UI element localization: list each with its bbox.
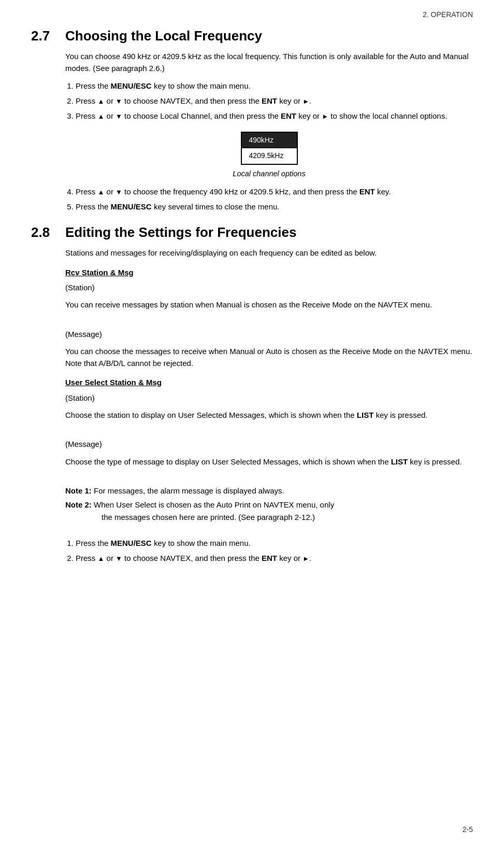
- rcv-message-text: You can choose the messages to receive w…: [65, 345, 473, 370]
- down-arrow-icon: [116, 187, 122, 196]
- step-27-5: Press the MENU/ESC key several times to …: [76, 201, 473, 213]
- channel-options-caption: Local channel options: [65, 168, 473, 179]
- down-arrow-icon: [116, 554, 122, 562]
- note-2: Note 2: When User Select is chosen as th…: [65, 499, 473, 523]
- step-27-2: Press or to choose NAVTEX, and then pres…: [76, 95, 473, 107]
- subsection-rcv-title: Rcv Station & Msg: [65, 266, 473, 278]
- channel-option-490: 490kHz: [242, 133, 297, 149]
- step-27-3: Press or to choose Local Channel, and th…: [76, 110, 473, 122]
- section-27-title: 2.7 Choosing the Local Frequency: [31, 28, 473, 44]
- channel-option-4209: 4209.5kHz: [242, 148, 297, 164]
- section-27-number: 2.7: [31, 28, 56, 44]
- down-arrow-icon: [116, 111, 122, 120]
- section-28-intro: Stations and messages for receiving/disp…: [65, 247, 473, 259]
- subsection-userselect-title: User Select Station & Msg: [65, 376, 473, 388]
- rcv-message-label: (Message): [65, 328, 473, 340]
- channel-options-box: 490kHz 4209.5kHz: [241, 132, 298, 165]
- right-arrow-icon: [322, 111, 328, 120]
- right-arrow-icon: [303, 554, 309, 562]
- step-28-2: Press or to choose NAVTEX, and then pres…: [76, 552, 473, 565]
- rcv-station-label: (Station): [65, 281, 473, 293]
- header-text: 2. OPERATION: [423, 10, 473, 19]
- section-28-heading: Editing the Settings for Frequencies: [65, 224, 296, 241]
- step-27-4: Press or to choose the frequency 490 kHz…: [76, 186, 473, 198]
- up-arrow-icon: [98, 96, 105, 105]
- section-27-steps-continued: Press or to choose the frequency 490 kHz…: [76, 186, 473, 213]
- down-arrow-icon: [116, 96, 122, 105]
- page-number: 2-5: [463, 825, 473, 834]
- rcv-station-text: You can receive messages by station when…: [65, 299, 473, 311]
- page-footer: 2-5: [463, 825, 473, 834]
- section-27-steps-list: Press the MENU/ESC key to show the main …: [76, 80, 473, 122]
- section-27-intro: You can choose 490 kHz or 4209.5 kHz as …: [65, 50, 473, 75]
- user-station-label: (Station): [65, 392, 473, 404]
- note-2-indent: the messages chosen here are printed. (S…: [102, 513, 315, 521]
- up-arrow-icon: [98, 554, 105, 562]
- section-28-steps-list: Press the MENU/ESC key to show the main …: [76, 537, 473, 565]
- channel-box-container: 490kHz 4209.5kHz: [65, 132, 473, 165]
- section-28-number: 2.8: [31, 224, 56, 241]
- up-arrow-icon: [98, 111, 105, 120]
- user-message-label: (Message): [65, 438, 473, 450]
- up-arrow-icon: [98, 187, 105, 196]
- right-arrow-icon: [303, 96, 309, 105]
- step-28-1: Press the MENU/ESC key to show the main …: [76, 537, 473, 549]
- section-27-body: You can choose 490 kHz or 4209.5 kHz as …: [65, 50, 473, 213]
- section-27-heading: Choosing the Local Frequency: [65, 28, 262, 44]
- user-station-text: Choose the station to display on User Se…: [65, 409, 473, 421]
- user-message-text: Choose the type of message to display on…: [65, 456, 473, 468]
- note-1: Note 1: For messages, the alarm message …: [65, 485, 473, 497]
- section-28-title: 2.8 Editing the Settings for Frequencies: [31, 224, 473, 241]
- step-27-1: Press the MENU/ESC key to show the main …: [76, 80, 473, 92]
- page-header: 2. OPERATION: [31, 10, 473, 19]
- section-28-body: Stations and messages for receiving/disp…: [65, 247, 473, 565]
